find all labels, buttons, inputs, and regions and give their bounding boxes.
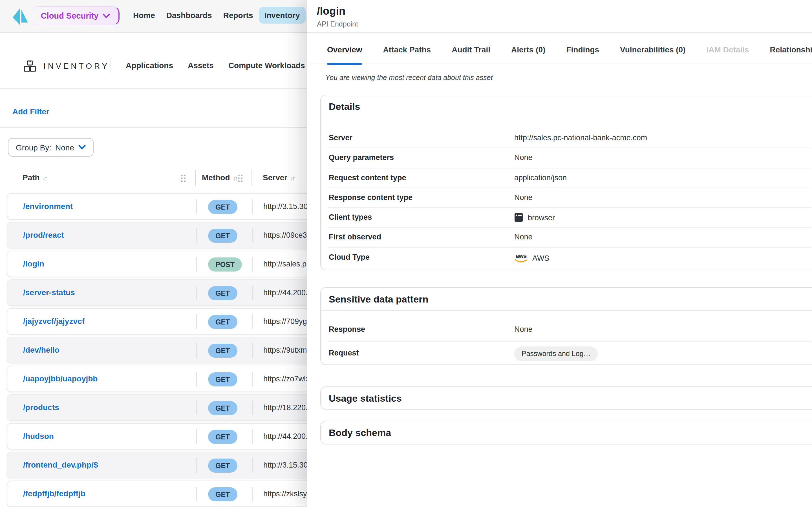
- detail-value: None: [514, 325, 532, 334]
- detail-row-server: Server http://sales.pc-national-bank-acm…: [327, 128, 811, 149]
- path-link[interactable]: /frontend_dev.php/$: [23, 460, 98, 469]
- group-by-label: Group By:: [16, 143, 51, 152]
- path-link[interactable]: /server-status: [23, 288, 75, 297]
- sensitive-data-card: Sensitive data pattern Response None Req…: [320, 287, 812, 365]
- tab-audit-trail[interactable]: Audit Trail: [452, 45, 490, 65]
- method-badge: GET: [208, 229, 237, 243]
- column-drag-handle-icon[interactable]: [238, 174, 243, 182]
- nav-item-home[interactable]: Home: [128, 7, 161, 24]
- detail-label: Cloud Type: [329, 253, 370, 262]
- tab-alerts[interactable]: Alerts (0): [511, 45, 545, 65]
- nav-item-reports[interactable]: Reports: [218, 7, 259, 24]
- server-cell: http://44.200.: [263, 288, 308, 297]
- column-header-method[interactable]: Method↓↑: [202, 173, 237, 182]
- nav-item-dashboards[interactable]: Dashboards: [161, 7, 218, 24]
- detail-row-query-parameters: Query parameters None: [327, 149, 811, 168]
- nav-item-inventory[interactable]: Inventory: [259, 7, 305, 24]
- inventory-boxes-icon: [24, 60, 36, 72]
- path-link[interactable]: /products: [23, 403, 59, 412]
- drawer-title: /login: [317, 5, 345, 17]
- usage-statistics-title: Usage statistics: [321, 387, 812, 410]
- server-cell: https://zkslsyj: [263, 490, 309, 498]
- product-switcher-button[interactable]: Cloud Security: [32, 6, 119, 25]
- detail-label: Server: [329, 133, 352, 142]
- chevron-down-icon: [102, 13, 110, 18]
- path-link[interactable]: /dev/hello: [23, 345, 59, 354]
- column-header-path[interactable]: Path↓↑: [22, 173, 47, 182]
- browser-icon: [514, 213, 523, 222]
- method-badge: GET: [208, 487, 237, 501]
- asset-detail-drawer: /login API Endpoint Overview Attack Path…: [307, 0, 812, 507]
- inventory-tab-compute-workloads[interactable]: Compute Workloads: [221, 56, 312, 74]
- server-cell: https://09ce3: [263, 231, 307, 239]
- server-cell: https://709yg: [263, 317, 307, 326]
- path-link[interactable]: /login: [23, 259, 44, 268]
- method-badge: GET: [208, 344, 237, 358]
- group-by-value: None: [55, 143, 74, 152]
- detail-row-client-types: Client types browser: [327, 208, 811, 228]
- tab-findings[interactable]: Findings: [566, 45, 599, 65]
- tab-attack-paths[interactable]: Attack Paths: [383, 45, 431, 65]
- server-cell: http://3.15.30: [263, 461, 308, 469]
- add-filter-button[interactable]: Add Filter: [12, 107, 49, 116]
- sensitive-rows: Response None Request Passwords and Log…: [321, 311, 812, 365]
- detail-value: application/json: [514, 173, 567, 182]
- column-drag-handle-icon[interactable]: [181, 174, 186, 182]
- sort-icon[interactable]: ↓↑: [290, 175, 294, 181]
- server-cell: http://sales.pc: [263, 260, 310, 268]
- sort-icon[interactable]: ↓↑: [43, 175, 47, 181]
- server-cell: https://zo7wlx: [263, 375, 310, 383]
- tab-iam-details: IAM Details: [706, 45, 749, 65]
- sensitive-row-request: Request Passwords and Log…: [327, 342, 811, 365]
- detail-label: Response: [329, 325, 365, 334]
- sort-icon[interactable]: ↓↑: [233, 175, 237, 181]
- column-header-server[interactable]: Server↓↑: [263, 173, 294, 182]
- method-badge: GET: [208, 286, 237, 300]
- method-badge: GET: [208, 401, 237, 415]
- inventory-tab-assets[interactable]: Assets: [181, 56, 221, 74]
- tab-relationships[interactable]: Relationships: [770, 45, 812, 65]
- chevron-down-icon: [78, 145, 86, 150]
- method-badge: GET: [208, 430, 237, 444]
- detail-value: http://sales.pc-national-bank-acme.com: [514, 133, 647, 142]
- aws-logo-icon: aws: [514, 253, 528, 264]
- column-divider: [252, 170, 252, 186]
- detail-label: Query parameters: [329, 154, 394, 162]
- path-link[interactable]: /environment: [23, 202, 73, 211]
- product-switcher-label: Cloud Security: [41, 11, 99, 20]
- method-badge: GET: [208, 459, 237, 473]
- detail-value: browser: [514, 213, 555, 222]
- server-cell: https://9utxm: [263, 346, 307, 354]
- detail-row-first-observed: First observed None: [327, 228, 811, 248]
- detail-value: None: [514, 233, 532, 241]
- path-link[interactable]: /jajyzvcf/jajyzvcf: [23, 317, 85, 326]
- divider: [110, 58, 111, 73]
- details-card-title: Details: [321, 95, 812, 118]
- group-by-dropdown[interactable]: Group By: None: [8, 138, 93, 157]
- product-logo-icon: [11, 7, 29, 25]
- detail-label: First observed: [329, 233, 381, 241]
- inventory-tab-applications[interactable]: Applications: [118, 56, 181, 74]
- drawer-subtitle: API Endpoint: [317, 20, 358, 28]
- tab-vulnerabilities[interactable]: Vulnerabilities (0): [620, 45, 686, 65]
- server-cell: http://44.200.: [263, 432, 308, 441]
- details-rows: Server http://sales.pc-national-bank-acm…: [321, 118, 812, 268]
- path-link[interactable]: /hudson: [23, 432, 54, 441]
- tabs-baseline: [307, 65, 812, 65]
- client-type-label: browser: [528, 213, 555, 222]
- detail-row-request-content-type: Request content type application/json: [327, 168, 811, 188]
- inventory-title: INVENTORY: [43, 61, 109, 70]
- path-link[interactable]: /fedpffjb/fedpffjb: [23, 489, 86, 498]
- usage-statistics-card[interactable]: Usage statistics: [320, 386, 812, 409]
- body-schema-card[interactable]: Body schema: [320, 421, 812, 445]
- detail-row-response-content-type: Response content type None: [327, 188, 811, 208]
- sensitive-pattern-chip[interactable]: Passwords and Log…: [514, 346, 598, 361]
- path-link[interactable]: /prod/react: [23, 230, 64, 239]
- path-link[interactable]: /uapoyjbb/uapoyjbb: [23, 374, 98, 383]
- inventory-tabs: Applications Assets Compute Workloads AP: [118, 56, 338, 74]
- details-card: Details Server http://sales.pc-national-…: [320, 95, 812, 270]
- tab-overview[interactable]: Overview: [327, 45, 362, 65]
- method-badge: POST: [208, 258, 242, 272]
- server-cell: http://3.15.30: [263, 202, 308, 211]
- method-badge: GET: [208, 372, 237, 386]
